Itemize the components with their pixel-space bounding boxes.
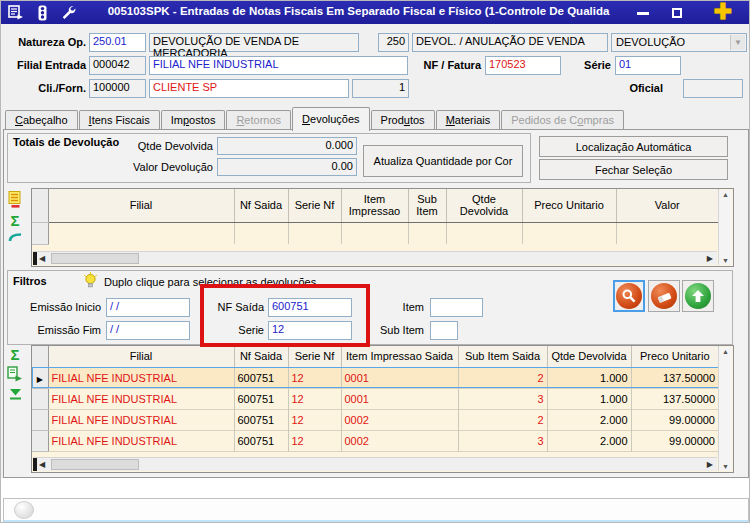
natureza-op-code-field[interactable]: 250.01 — [89, 33, 146, 52]
tab-itens-fiscais[interactable]: Itens Fiscais — [79, 110, 160, 130]
selection-grid-toolbar: Σ — [4, 191, 26, 244]
qtde-devolvida-field: 0.000 — [217, 137, 357, 155]
apply-up-button[interactable] — [682, 280, 714, 312]
table-row[interactable]: FILIAL NFE INDUSTRIAL60075112000222.0009… — [32, 409, 719, 430]
localizacao-automatica-button[interactable]: Localização Automática — [539, 136, 728, 157]
sum-icon[interactable]: Σ — [10, 214, 19, 228]
selection-grid: Filial Nf Saida Serie Nf Item Impressao … — [31, 188, 734, 267]
selected-row-marker: ▶ — [37, 375, 43, 384]
cli-forn-label: Cli./Forn. — [7, 82, 86, 94]
selection-grid-hscrollbar[interactable]: ◀▶ — [33, 251, 717, 265]
window-title: 005103SPK - Entradas de Notas Fiscais Em… — [96, 5, 621, 17]
oficial-field — [683, 79, 743, 98]
clear-filter-button[interactable] — [648, 280, 680, 312]
table-row[interactable]: FILIAL NFE INDUSTRIAL60075112000131.0001… — [32, 388, 719, 409]
sub-item-filter-field[interactable] — [430, 321, 458, 340]
column-header: Sub Item Saida — [458, 346, 547, 367]
application-window: 005103SPK - Entradas de Notas Fiscais Em… — [0, 0, 750, 523]
filial-entrada-code-field: 000042 — [89, 56, 146, 75]
column-header: Qtde Devolvida — [446, 189, 522, 222]
tab-cabecalho[interactable]: Cabeçalho — [5, 110, 78, 130]
column-header: Filial — [48, 189, 234, 222]
goto-last-icon[interactable] — [9, 388, 22, 402]
results-grid-hscrollbar[interactable]: ◀▶ — [33, 457, 717, 471]
column-header: Nf Saida — [234, 346, 288, 367]
sum-icon[interactable]: Σ — [10, 348, 19, 362]
qtd-field: 1 — [352, 79, 409, 98]
filtros-title: Filtros — [13, 275, 47, 287]
chevron-down-icon[interactable]: ▼ — [730, 35, 745, 50]
lightbulb-icon — [83, 272, 98, 291]
column-header: Item Impressao Saida — [341, 346, 458, 367]
column-header: Qtde Devolvida — [547, 346, 631, 367]
serie-filter-label: Serie — [204, 324, 264, 336]
column-header: Preco Unitario — [631, 346, 719, 367]
column-header: Item Impressao — [341, 189, 408, 222]
results-grid: Filial Nf Saida Serie Nf Item Impressao … — [31, 345, 734, 473]
emissao-inicio-field[interactable]: / / — [106, 298, 190, 317]
column-header: Preco Unitario — [522, 189, 616, 222]
filial-entrada-desc-field[interactable]: FILIAL NFE INDUSTRIAL — [149, 56, 408, 75]
minimize-button[interactable] — [631, 6, 655, 20]
filtros-hint: Duplo clique para selecionar as devoluçõ… — [104, 276, 319, 288]
results-grid-toolbar: Σ — [4, 348, 26, 402]
tab-produtos[interactable]: Produtos — [371, 110, 435, 130]
arrow-up-icon — [685, 283, 711, 309]
fechar-selecao-button[interactable]: Fechar Seleção — [539, 159, 728, 180]
wrench-icon[interactable] — [58, 4, 78, 21]
traffic-light-icon[interactable] — [32, 4, 52, 21]
valor-devolucao-label: Valor Devolução — [119, 161, 213, 173]
report-export-icon[interactable] — [6, 4, 26, 21]
serie-field[interactable]: 01 — [615, 56, 681, 75]
maximize-button[interactable] — [665, 6, 689, 20]
oficial-label: Oficial — [601, 82, 663, 94]
tab-materiais[interactable]: Materiais — [436, 110, 501, 130]
cli-forn-desc-field[interactable]: CLIENTE SP — [149, 79, 349, 98]
atualiza-quantidade-button[interactable]: Atualiza Quantidade por Cor — [363, 145, 523, 177]
tipo-devolucao-value: DEVOLUÇÃO — [616, 36, 685, 48]
filial-entrada-label: Filial Entrada — [7, 59, 86, 71]
emissao-fim-field[interactable]: / / — [106, 321, 190, 340]
nf-saida-filter-label: NF Saída — [204, 301, 264, 313]
totais-title: Totais de Devolução — [13, 136, 119, 148]
selection-grid-vscrollbar[interactable]: ▲▼ — [718, 190, 732, 265]
tipo-devolucao-dropdown[interactable]: DEVOLUÇÃO ▼ — [611, 33, 747, 52]
item-filter-label: Item — [382, 301, 424, 313]
column-header: Filial — [48, 346, 234, 367]
curve-arrow-icon[interactable] — [8, 232, 23, 244]
serie-filter-field[interactable]: 12 — [268, 321, 352, 340]
selector-header — [32, 189, 48, 222]
table-row[interactable]: ▶ FILIAL NFE INDUSTRIAL60075112000121.00… — [32, 367, 719, 388]
column-header: Serie Nf — [288, 346, 341, 367]
natureza-op-desc-field: DEVOLUÇÃO DE VENDA DE MERCADORIA — [149, 33, 359, 52]
search-button[interactable] — [613, 280, 645, 312]
nf-fatura-label: NF / Fatura — [416, 59, 481, 71]
sub-item-filter-label: Sub Item — [372, 324, 424, 336]
qtde-devolvida-label: Qtde Devolvida — [119, 140, 213, 152]
tab-strip: Cabeçalho Itens Fiscais Impostos Retorno… — [5, 107, 625, 130]
close-icon[interactable]: ✚ — [711, 5, 735, 19]
tab-devolucoes[interactable]: Devoluções — [292, 107, 370, 131]
title-bar: 005103SPK - Entradas de Notas Fiscais Em… — [1, 1, 750, 24]
nf-fatura-field[interactable]: 170523 — [485, 56, 561, 75]
selection-grid-table: Filial Nf Saida Serie Nf Item Impressao … — [32, 189, 719, 245]
emissao-fim-label: Emissão Fim — [19, 324, 101, 336]
notes-list-icon[interactable] — [8, 191, 22, 210]
search-icon — [616, 283, 642, 309]
natureza-op-code2-field: 250 — [378, 33, 409, 52]
cli-forn-code-field: 100000 — [89, 79, 146, 98]
export-row-icon[interactable] — [7, 366, 23, 384]
tab-pedidos-de-compras: Pedidos de Compras — [501, 110, 624, 130]
tab-impostos[interactable]: Impostos — [161, 110, 226, 130]
results-grid-vscrollbar[interactable]: ▲▼ — [718, 347, 732, 471]
table-row[interactable]: FILIAL NFE INDUSTRIAL60075112000232.0009… — [32, 430, 719, 451]
status-bar — [3, 498, 749, 522]
emissao-inicio-label: Emissão Inicio — [19, 301, 101, 313]
column-header: Nf Saida — [234, 189, 288, 222]
serie-label: Série — [577, 59, 611, 71]
nf-saida-filter-field[interactable]: 600751 — [268, 298, 352, 317]
results-grid-table: Filial Nf Saida Serie Nf Item Impressao … — [32, 346, 719, 452]
empty-grid-row[interactable] — [32, 222, 719, 244]
tab-retornos: Retornos — [226, 110, 291, 130]
item-filter-field[interactable] — [430, 298, 483, 317]
